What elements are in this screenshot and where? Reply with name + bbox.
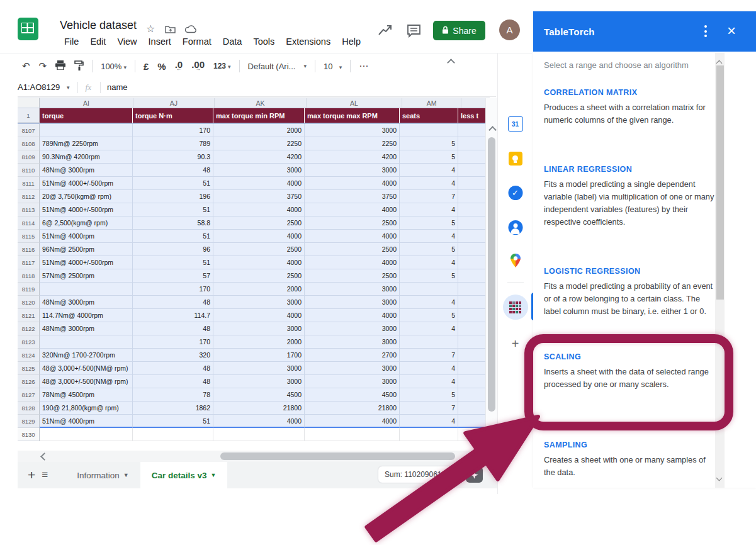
algorithm-link-sampling[interactable]: SAMPLING — [544, 441, 587, 449]
share-button[interactable]: Share — [433, 21, 485, 40]
cell[interactable]: 170 — [133, 124, 213, 137]
tab-dropdown-icon[interactable]: ▼ — [210, 472, 216, 478]
cell[interactable]: 320Nm@ 1700-2700rpm — [40, 349, 133, 362]
cell[interactable] — [458, 415, 486, 428]
row-number[interactable]: 8125 — [18, 362, 40, 375]
algorithm-link-correlation-matrix[interactable]: CORRELATION MATRIX — [544, 88, 637, 97]
cell[interactable]: 3750 — [213, 190, 305, 203]
cell[interactable]: 51Nm@ 4000rpm — [40, 415, 133, 428]
cell[interactable]: 3000 — [305, 335, 400, 349]
cell[interactable]: 3000 — [305, 322, 400, 335]
cell[interactable]: 4200 — [213, 150, 305, 164]
cell[interactable] — [400, 335, 458, 349]
cell[interactable]: 4000 — [213, 256, 305, 269]
algorithm-link-scaling[interactable]: SCALING — [544, 352, 581, 361]
row-number[interactable]: 8118 — [18, 269, 40, 283]
row-number[interactable]: 8126 — [18, 375, 40, 388]
explore-button[interactable] — [466, 466, 483, 483]
cell[interactable]: 48Nm@ 3000rpm — [40, 296, 133, 309]
cell[interactable]: 3000 — [305, 296, 400, 309]
cell[interactable] — [458, 269, 486, 283]
cell[interactable]: 114.7 — [133, 309, 213, 322]
cell[interactable]: 4 — [400, 415, 458, 428]
scroll-left-icon[interactable] — [40, 452, 48, 461]
sum-indicator[interactable]: Sum: 1102090611 — [378, 466, 461, 483]
column-header-AJ[interactable]: AJ — [133, 98, 215, 108]
cell[interactable] — [458, 216, 486, 230]
font-select[interactable]: Default (Ari...▾ — [244, 62, 312, 71]
cell[interactable]: 78Nm@ 4500rpm — [40, 388, 133, 402]
cell[interactable]: 3000 — [305, 164, 400, 177]
cell[interactable]: 4 — [400, 375, 458, 388]
cell[interactable]: 4000 — [305, 177, 400, 190]
cloud-status-icon[interactable] — [185, 25, 196, 36]
cell[interactable]: 4500 — [213, 388, 305, 402]
sheet-tab-car-details-v3[interactable]: Car details v3▼ — [140, 462, 228, 488]
cell[interactable]: 4200 — [305, 150, 400, 164]
cell[interactable]: 4 — [400, 322, 458, 335]
header-cell[interactable]: torque — [40, 108, 133, 123]
cell[interactable]: 4 — [400, 230, 458, 243]
row-number[interactable]: 8122 — [18, 322, 40, 335]
keep-icon[interactable] — [509, 152, 522, 166]
cell[interactable]: 96 — [133, 243, 213, 256]
formula-input[interactable]: name — [107, 82, 128, 92]
algorithm-link-linear-regression[interactable]: LINEAR REGRESSION — [544, 165, 632, 174]
cell[interactable]: 789Nm@ 2250rpm — [40, 137, 133, 150]
cell[interactable]: 51Nm@ 4000rpm — [40, 230, 133, 243]
name-box[interactable]: A1:AO8129 — [18, 82, 67, 92]
menu-help[interactable]: Help — [336, 35, 366, 48]
spreadsheet-grid[interactable]: AIAJAKALAM1torquetorque N·mmax torque mi… — [18, 98, 490, 441]
cell[interactable]: 48Nm@ 3000rpm — [40, 164, 133, 177]
cell[interactable]: 5 — [400, 216, 458, 230]
collapse-toolbar-icon[interactable] — [448, 58, 454, 67]
cell[interactable] — [458, 296, 486, 309]
tab-dropdown-icon[interactable]: ▼ — [123, 472, 129, 478]
row-number[interactable]: 8121 — [18, 309, 40, 322]
row-number[interactable]: 8127 — [18, 388, 40, 402]
cell[interactable]: 4 — [400, 296, 458, 309]
cell[interactable]: 5 — [400, 137, 458, 150]
algorithm-link-logistic-regression[interactable]: LOGISTIC REGRESSION — [544, 267, 640, 276]
name-box-dropdown-icon[interactable]: ▾ — [67, 84, 70, 91]
font-size-select[interactable]: 10 ▾ — [319, 62, 346, 71]
menu-edit[interactable]: Edit — [84, 35, 111, 48]
row-number[interactable]: 8115 — [18, 230, 40, 243]
cell[interactable]: 51 — [133, 203, 213, 216]
cell[interactable]: 5 — [400, 309, 458, 322]
cell[interactable]: 4000 — [213, 177, 305, 190]
menu-file[interactable]: File — [59, 35, 84, 48]
account-avatar[interactable]: A — [499, 20, 520, 40]
cell[interactable] — [133, 428, 213, 441]
column-header-AI[interactable]: AI — [40, 98, 133, 108]
move-folder-icon[interactable] — [165, 25, 176, 36]
row-number[interactable]: 8108 — [18, 137, 40, 150]
cell[interactable]: 90.3 — [133, 150, 213, 164]
cell[interactable]: 4000 — [305, 230, 400, 243]
cell[interactable] — [458, 177, 486, 190]
cell[interactable] — [400, 283, 458, 296]
star-icon[interactable]: ☆ — [146, 23, 155, 35]
cell[interactable] — [458, 190, 486, 203]
cell[interactable]: 4500 — [305, 388, 400, 402]
cell[interactable]: 4000 — [213, 203, 305, 216]
cell[interactable]: 4000 — [213, 309, 305, 322]
cell[interactable]: 2000 — [213, 124, 305, 137]
grid-vertical-scrollbar[interactable] — [485, 98, 498, 448]
cell[interactable] — [458, 335, 486, 349]
sheets-logo-icon[interactable] — [18, 18, 38, 40]
row-number[interactable]: 8128 — [18, 402, 40, 415]
sidebar-scrollbar[interactable] — [715, 53, 725, 488]
cell[interactable]: 57Nm@ 2500rpm — [40, 269, 133, 283]
cell[interactable]: 1862 — [133, 402, 213, 415]
header-cell[interactable]: torque N·m — [133, 108, 213, 123]
menu-view[interactable]: View — [111, 35, 142, 48]
row-number[interactable]: 8123 — [18, 335, 40, 349]
cell[interactable] — [458, 402, 486, 415]
cell[interactable]: 4000 — [305, 203, 400, 216]
cell[interactable]: 6@ 2,500(kgm@ rpm) — [40, 216, 133, 230]
more-toolbar-button[interactable]: ⋯ — [354, 60, 373, 72]
cell[interactable]: 51 — [133, 230, 213, 243]
cell[interactable] — [458, 362, 486, 375]
currency-format-button[interactable]: £ — [139, 64, 153, 69]
